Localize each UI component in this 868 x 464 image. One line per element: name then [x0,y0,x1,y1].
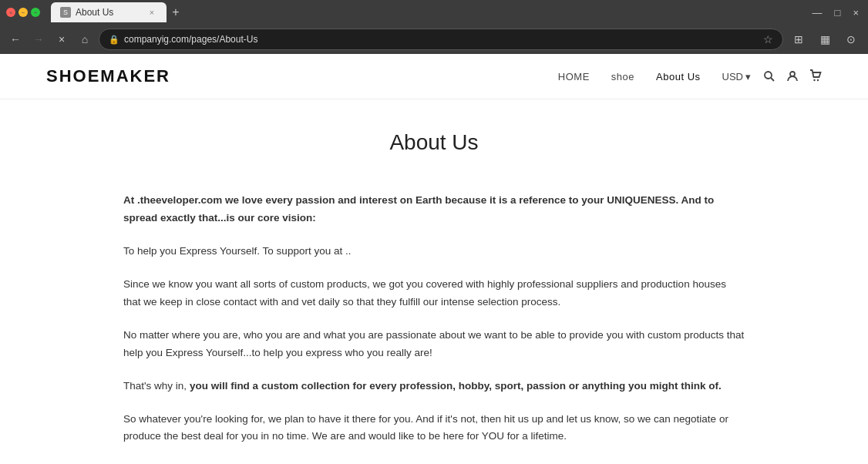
bookmark-button[interactable]: ☆ [763,33,773,45]
home-button[interactable]: ⌂ [76,30,94,49]
account-button[interactable] [786,70,799,82]
site-nav: HOME shoe About Us USD ▾ [558,71,751,82]
paragraph-1: At .theeveloper.com we love every passio… [123,192,745,227]
paragraph-2: To help you Express Yourself. To support… [123,243,745,261]
browser-chrome: × − + S About Us × + — □ × ← → × ⌂ 🔒 com… [0,0,868,54]
forward-button[interactable]: → [29,30,48,49]
cart-icon [809,69,822,83]
page-content: About Us At .theeveloper.com we love eve… [0,99,868,464]
about-text: At .theeveloper.com we love every passio… [123,192,745,464]
paragraph-5-bold: you will find a custom collection for ev… [190,380,722,392]
new-tab-button[interactable]: + [167,3,185,22]
svg-point-4 [817,79,819,81]
back-button[interactable]: ← [6,30,25,49]
tab-bar: S About Us × + [51,2,805,22]
tab-close-button[interactable]: × [146,7,157,18]
paragraph-1-text: At .theeveloper.com we love every passio… [123,194,714,224]
search-button[interactable] [763,70,775,82]
cart-button[interactable] [809,69,822,83]
paragraph-6: So whatever you're looking for, we plan … [123,411,745,446]
nav-shoe[interactable]: shoe [611,71,634,82]
minimize-button[interactable]: — [809,5,826,20]
page-title: About Us [123,130,745,155]
currency-arrow: ▾ [745,71,751,82]
refresh-close-button[interactable]: × [52,30,71,49]
paragraph-3: Since we know you want all sorts of cust… [123,276,745,311]
extensions-button[interactable]: ⊞ [788,29,809,50]
browser-window-controls: × − + [6,8,40,17]
window-close-dot[interactable]: × [6,8,15,17]
site-logo: SHOEMAKER [46,66,170,86]
restore-button[interactable]: □ [832,5,844,20]
svg-point-0 [765,72,772,79]
lock-icon: 🔒 [109,35,119,45]
paragraph-5-prefix: That's why in, [123,380,187,392]
browser-tab-about-us[interactable]: S About Us × [51,2,167,22]
window-controls: — □ × [809,5,862,20]
browser-navbar: ← → × ⌂ 🔒 companyig.com/pages/About-Us ☆… [0,25,868,54]
website: SHOEMAKER HOME shoe About Us USD ▾ [0,54,868,464]
nav-extras: ⊞ ▦ ⊙ [788,29,862,50]
profile-button[interactable]: ⊙ [840,29,862,50]
site-header: SHOEMAKER HOME shoe About Us USD ▾ [0,54,868,99]
cast-button[interactable]: ▦ [814,29,836,50]
svg-point-3 [813,79,815,81]
svg-line-1 [771,78,774,81]
browser-titlebar: × − + S About Us × + — □ × [0,0,868,25]
nav-home[interactable]: HOME [558,71,590,82]
currency-selector[interactable]: USD ▾ [722,71,751,82]
window-minimize-dot[interactable]: − [19,8,28,17]
svg-point-2 [790,72,795,76]
address-bar[interactable]: 🔒 companyig.com/pages/About-Us ☆ [99,29,783,50]
currency-label: USD [722,71,743,82]
tab-favicon: S [60,7,71,18]
window-maximize-dot[interactable]: + [31,8,40,17]
paragraph-7: Whatever you need, it's right here on.th… [123,461,745,464]
close-button[interactable]: × [849,5,862,20]
tab-title: About Us [76,7,142,18]
account-icon [786,70,799,82]
nav-actions [763,69,822,83]
search-icon [763,70,775,82]
paragraph-4: No matter where you are, who you are and… [123,327,745,362]
url-text: companyig.com/pages/About-Us [124,34,257,45]
paragraph-5: That's why in, you will find a custom co… [123,378,745,395]
nav-about-us[interactable]: About Us [656,71,700,82]
